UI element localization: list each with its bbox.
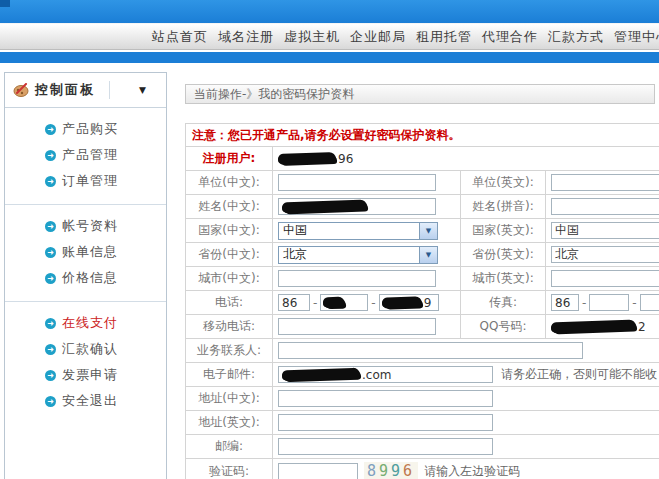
fax-country-code-input[interactable]	[551, 294, 579, 311]
name-cn-input[interactable]	[278, 198, 436, 215]
province-cn-select[interactable]: 北京 ▼	[278, 246, 438, 264]
dash: -	[313, 296, 317, 310]
registered-user-row: 注册用户: 96	[185, 147, 659, 171]
sidebar-item-label: 安全退出	[62, 392, 118, 410]
arrow-bullet-icon: ➜	[45, 396, 56, 407]
sidebar-item-order-manage[interactable]: ➜ 订单管理	[5, 168, 166, 194]
mobile-row: 移动电话: QQ号码: 2	[185, 315, 659, 339]
sidebar-item-label: 产品管理	[62, 146, 118, 164]
sidebar-item-product-manage[interactable]: ➜ 产品管理	[5, 142, 166, 168]
phone-label: 电话:	[186, 291, 273, 314]
sidebar-item-price-info[interactable]: ➜ 价格信息	[5, 265, 166, 291]
sidebar-item-label: 产品购买	[62, 120, 118, 138]
country-cn-select[interactable]: 中国 ▼	[278, 222, 438, 240]
redaction-scribble	[551, 320, 636, 334]
nav-underline-bar	[0, 51, 659, 63]
zip-input[interactable]	[278, 438, 493, 455]
sidebar-title: 控制面板	[35, 81, 95, 99]
address-en-label: 地址(英文):	[186, 411, 273, 434]
sidebar-item-label: 发票申请	[62, 366, 118, 384]
address-en-input[interactable]	[278, 414, 493, 431]
city-row: 城市(中文): 城市(英文):	[185, 267, 659, 291]
captcha-label: 验证码:	[186, 459, 273, 479]
select-value: 北京	[279, 246, 419, 263]
unit-en-label: 单位(英文):	[461, 171, 546, 194]
name-cn-label: 姓名(中文):	[186, 195, 273, 218]
city-cn-label: 城市(中文):	[186, 267, 273, 290]
nav-item-hosting[interactable]: 租用托管	[416, 28, 472, 46]
name-pinyin-label: 姓名(拼音):	[461, 195, 546, 218]
arrow-bullet-icon: ➜	[45, 124, 56, 135]
sidebar-item-account-info[interactable]: ➜ 帐号资料	[5, 213, 166, 239]
redaction-scribble	[282, 368, 360, 382]
sidebar-item-safe-logout[interactable]: ➜ 安全退出	[5, 388, 166, 414]
address-en-row: 地址(英文):	[185, 411, 659, 435]
sidebar-item-label: 在线支付	[62, 314, 118, 332]
masked-suffix: 2	[638, 320, 646, 334]
mobile-input[interactable]	[278, 318, 436, 335]
zip-label: 邮编:	[186, 435, 273, 458]
captcha-digit: 6	[403, 462, 415, 479]
sidebar-item-billing-info[interactable]: ➜ 账单信息	[5, 239, 166, 265]
captcha-digit: 8	[367, 462, 379, 479]
sidebar-group-payment: ➜ 在线支付 ➜ 汇款确认 ➜ 发票申请 ➜ 安全退出	[5, 302, 166, 424]
captcha-input[interactable]	[278, 463, 358, 479]
registered-user-value: 96	[273, 147, 659, 170]
qq-label: QQ号码:	[461, 315, 546, 338]
control-panel-icon	[13, 83, 29, 97]
sidebar: 控制面板 ▼ ➜ 产品购买 ➜ 产品管理 ➜ 订单管理 ➜ 帐号资料 ➜ 账单信…	[4, 72, 167, 479]
phone-area-input[interactable]	[320, 294, 368, 311]
unit-row: 单位(中文): 单位(英文):	[185, 171, 659, 195]
qq-value: 2	[546, 315, 659, 338]
dash: -	[582, 296, 586, 310]
captcha-image: 8996	[364, 462, 418, 479]
sidebar-item-label: 账单信息	[62, 243, 118, 261]
fax-area-input[interactable]	[589, 294, 629, 311]
nav-item-agent[interactable]: 代理合作	[482, 28, 538, 46]
sidebar-item-invoice-apply[interactable]: ➜ 发票申请	[5, 362, 166, 388]
province-row: 省份(中文): 北京 ▼ 省份(英文):	[185, 243, 659, 267]
sidebar-item-product-purchase[interactable]: ➜ 产品购买	[5, 116, 166, 142]
banner-notch	[0, 0, 10, 7]
sidebar-collapse-arrow-icon[interactable]: ▼	[139, 85, 146, 95]
masked-suffix: 96	[338, 152, 353, 166]
contact-row: 业务联系人:	[185, 339, 659, 363]
unit-en-input[interactable]	[551, 174, 659, 191]
nav-item-remittance[interactable]: 汇款方式	[548, 28, 604, 46]
country-row: 国家(中文): 中国 ▼ 国家(英文):	[185, 219, 659, 243]
contact-label: 业务联系人:	[186, 339, 273, 362]
sidebar-item-label: 订单管理	[62, 172, 118, 190]
phone-country-code-input[interactable]	[278, 294, 310, 311]
country-en-input[interactable]	[551, 222, 659, 239]
sidebar-header: 控制面板 ▼	[5, 73, 166, 108]
captcha-digit: 9	[391, 462, 403, 479]
unit-cn-input[interactable]	[278, 174, 436, 191]
address-cn-label: 地址(中文):	[186, 387, 273, 410]
city-cn-input[interactable]	[278, 270, 436, 287]
arrow-bullet-icon: ➜	[45, 176, 56, 187]
nav-item-admin-center[interactable]: 管理中心	[614, 28, 659, 46]
breadcrumb-text: 当前操作-》我的密码保护资料	[194, 86, 354, 103]
contact-input[interactable]	[278, 342, 583, 359]
masked-suffix: 9	[424, 296, 432, 310]
phone-number-input[interactable]: 9	[379, 294, 439, 311]
nav-item-enterprise-mail[interactable]: 企业邮局	[350, 28, 406, 46]
nav-item-site-home[interactable]: 站点首页	[152, 28, 208, 46]
nav-item-virtual-host[interactable]: 虚拟主机	[284, 28, 340, 46]
city-en-input[interactable]	[551, 270, 659, 287]
province-en-input[interactable]	[551, 246, 659, 263]
email-input[interactable]: .com	[278, 366, 493, 383]
unit-cn-label: 单位(中文):	[186, 171, 273, 194]
arrow-bullet-icon: ➜	[45, 318, 56, 329]
nav-item-domain-reg[interactable]: 域名注册	[218, 28, 274, 46]
sidebar-item-online-payment[interactable]: ➜ 在线支付	[5, 310, 166, 336]
fax-label: 传真:	[461, 291, 546, 314]
fax-number-input[interactable]	[640, 294, 659, 311]
address-cn-input[interactable]	[278, 390, 493, 407]
email-note: 请务必正确，否则可能不能收	[501, 366, 657, 383]
select-value: 中国	[279, 222, 419, 239]
top-banner	[0, 0, 659, 23]
sidebar-item-remit-confirm[interactable]: ➜ 汇款确认	[5, 336, 166, 362]
name-pinyin-input[interactable]	[551, 198, 659, 215]
zip-row: 邮编:	[185, 435, 659, 459]
